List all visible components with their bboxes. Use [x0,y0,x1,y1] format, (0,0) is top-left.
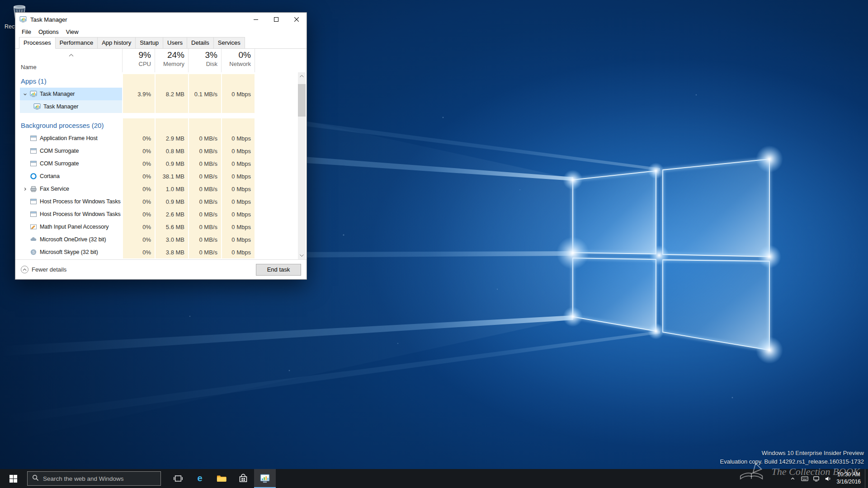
cpu-cell: 0% [122,233,155,246]
column-headers: Name 9%CPU24%Memory3%Disk0%Network [20,49,296,72]
name-column-label: Name [21,64,37,70]
tab-app-history[interactable]: App history [97,37,136,49]
column-header-cpu[interactable]: 9%CPU [122,49,155,72]
store-button[interactable] [232,469,254,488]
taskbar-search[interactable]: Search the web and Windows [27,471,161,486]
process-name: COM Surrogate [40,160,79,167]
taskbar-clock[interactable]: 10:30 AM 3/16/2016 [834,471,865,485]
scroll-down-arrow[interactable] [298,252,306,259]
process-name: Cortana [40,173,60,179]
svg-text:S: S [32,250,35,254]
process-table-body: Apps (1)Task Manager3.9%8.2 MB0.1 MB/s0 … [20,72,296,259]
minimize-button[interactable] [245,13,266,26]
tab-performance[interactable]: Performance [55,37,98,49]
tab-services[interactable]: Services [213,37,245,49]
memory-cell: 5.6 MB [155,221,188,233]
close-icon [294,17,299,22]
start-button[interactable] [0,469,26,488]
file-explorer-button[interactable] [211,469,232,488]
cpu-cell: 3.9% [122,88,155,100]
watermark-line2: Evaluation copy. Build 14292.rs1_release… [720,458,864,466]
clock-date: 3/16/2016 [837,479,861,486]
task-manager-app-icon [19,16,27,23]
memory-cell: 8.2 MB [155,88,188,100]
cpu-cell: 0% [122,221,155,233]
svg-text:e: e [197,474,202,483]
chevron-up-circle-icon [21,266,28,273]
file-explorer-icon [217,474,226,483]
menu-options[interactable]: Options [35,28,62,35]
disk-cell [188,118,221,132]
column-header-memory[interactable]: 24%Memory [155,49,188,72]
process-row[interactable]: Cortana0%38.1 MB0 MB/s0 Mbps [20,170,296,183]
cpu-cell [122,74,155,88]
process-row[interactable]: Task Manager [20,100,296,113]
process-name: COM Surrogate [40,148,79,154]
system-tray: 10:30 AM 3/16/2016 [787,469,868,488]
process-row[interactable]: COM Surrogate0%0.8 MB0 MB/s0 Mbps [20,145,296,157]
disk-cell: 0.1 MB/s [188,88,221,100]
network-icon[interactable] [811,469,822,488]
network-cell: 0 Mbps [221,221,255,233]
memory-cell: 2.9 MB [155,132,188,145]
disk-cell: 0 MB/s [188,221,221,233]
process-row[interactable]: Fax Service0%1.0 MB0 MB/s0 Mbps [20,183,296,195]
hidden-icons-chevron[interactable] [787,469,799,488]
disk-cell: 0 MB/s [188,183,221,195]
taskmgr-icon [33,103,41,110]
maximize-button[interactable] [266,13,286,26]
disk-cell: 0 MB/s [188,208,221,221]
process-row[interactable]: Math Input Panel Accessory0%5.6 MB0 MB/s… [20,221,296,233]
task-manager-window: Task Manager FileOptionsView ProcessesPe… [15,12,307,280]
scroll-up-arrow[interactable] [298,72,306,80]
minimize-icon [254,17,258,22]
memory-cell: 0.9 MB [155,195,188,208]
menu-file[interactable]: File [18,28,35,35]
disk-cell: 0 MB/s [188,233,221,246]
group-header-row[interactable]: Background processes (20) [20,118,296,132]
tab-users[interactable]: Users [163,37,187,49]
sort-ascending-icon [20,50,122,58]
process-row[interactable]: Host Process for Windows Tasks0%2.6 MB0 … [20,208,296,221]
expand-chevron-icon[interactable] [20,185,30,192]
fewer-details-button[interactable]: Fewer details [21,266,66,273]
column-header-network[interactable]: 0%Network [221,49,255,72]
process-row[interactable]: Microsoft OneDrive (32 bit)0%3.0 MB0 MB/… [20,233,296,246]
window-icon [30,198,37,205]
group-label: Background processes (20) [20,122,104,129]
tab-details[interactable]: Details [187,37,214,49]
desktop: Recycle Bin Windows 10 Enterprise Inside… [0,0,868,488]
process-row[interactable]: SMicrosoft Skype (32 bit)0%3.8 MB0 MB/s0… [20,246,296,258]
close-button[interactable] [286,13,307,26]
disk-cell: 0 MB/s [188,145,221,157]
process-row[interactable]: Application Frame Host0%2.9 MB0 MB/s0 Mb… [20,132,296,145]
title-bar[interactable]: Task Manager [15,13,307,26]
window-icon [30,211,37,218]
window-icon [30,135,37,142]
scrollbar-thumb[interactable] [298,84,306,117]
group-header-row[interactable]: Apps (1) [20,74,296,88]
edge-button[interactable]: e [189,469,211,488]
column-header-name[interactable]: Name [20,49,122,72]
volume-icon[interactable] [822,469,834,488]
collapse-chevron-icon[interactable] [20,90,30,98]
tab-processes[interactable]: Processes [19,37,56,49]
touch-keyboard-icon[interactable] [799,469,811,488]
task-manager-button[interactable] [254,469,276,488]
process-row[interactable]: COM Surrogate0%0.9 MB0 MB/s0 Mbps [20,157,296,170]
process-row[interactable]: Task Manager3.9%8.2 MB0.1 MB/s0 Mbps [20,88,296,100]
tab-startup[interactable]: Startup [135,37,163,49]
fax-icon [30,185,37,192]
process-row[interactable]: Host Process for Windows Tasks0%0.9 MB0 … [20,195,296,208]
task-view-button[interactable] [167,469,189,488]
show-desktop-button[interactable] [865,469,868,488]
network-cell: 0 Mbps [221,233,255,246]
cpu-cell: 0% [122,157,155,170]
memory-cell: 1.0 MB [155,183,188,195]
menu-view[interactable]: View [62,28,82,35]
network-cell: 0 Mbps [221,246,255,258]
store-icon [238,474,248,483]
column-header-disk[interactable]: 3%Disk [188,49,221,72]
end-task-button[interactable]: End task [256,264,301,276]
scrollbar[interactable] [298,72,306,259]
